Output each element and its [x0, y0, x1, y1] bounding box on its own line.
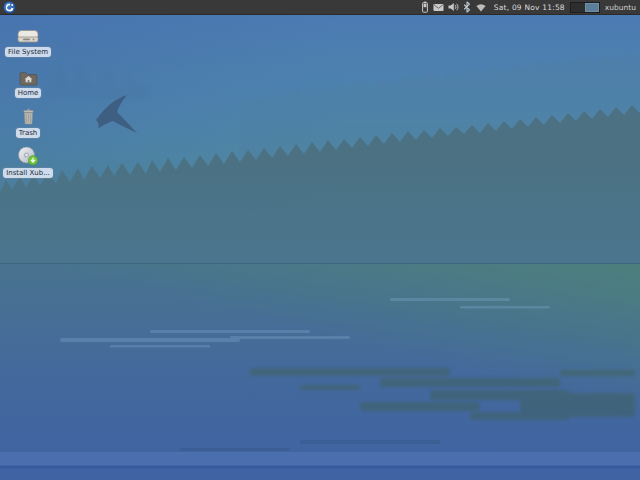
home-folder-icon: [18, 66, 39, 86]
desktop-icon-home[interactable]: Home: [5, 66, 51, 98]
desktop-icon-label: Install Xub...: [3, 168, 53, 178]
desktop-icon-install-xubuntu[interactable]: Install Xub...: [5, 146, 51, 178]
fog: [0, 158, 640, 268]
applications-menu-button[interactable]: [2, 0, 16, 14]
workspace-2[interactable]: [585, 3, 599, 12]
desktop-icon-file-system[interactable]: File System: [5, 25, 51, 57]
workspace-switcher: [570, 2, 600, 13]
desktop-icon-trash[interactable]: Trash: [5, 106, 51, 138]
network-wifi-icon[interactable]: [475, 3, 487, 12]
desktop-icon-label: File System: [5, 47, 51, 57]
bottom-dark-line: [0, 466, 640, 469]
mail-icon[interactable]: [433, 3, 444, 12]
bluetooth-icon[interactable]: [463, 1, 471, 13]
battery-icon[interactable]: [421, 1, 429, 13]
install-disc-icon: [17, 146, 39, 166]
session-user-label: xubuntu: [605, 0, 636, 15]
clock[interactable]: Sat, 09 Nov 11:58: [494, 0, 565, 15]
trash-icon: [21, 106, 36, 126]
wallpaper-forest-lake: [0, 0, 640, 480]
volume-icon[interactable]: [448, 2, 459, 12]
desktop-icon-label: Home: [15, 88, 42, 98]
workspace-1[interactable]: [571, 3, 585, 12]
desktop[interactable]: File System Home Trash: [0, 0, 640, 480]
desktop-icon-label: Trash: [16, 128, 41, 138]
system-tray: [421, 1, 487, 13]
xubuntu-menu-icon: [3, 1, 16, 14]
bottom-light-band: [0, 452, 640, 465]
top-panel: Sat, 09 Nov 11:58 xubuntu: [0, 0, 640, 15]
drive-icon: [15, 25, 41, 45]
